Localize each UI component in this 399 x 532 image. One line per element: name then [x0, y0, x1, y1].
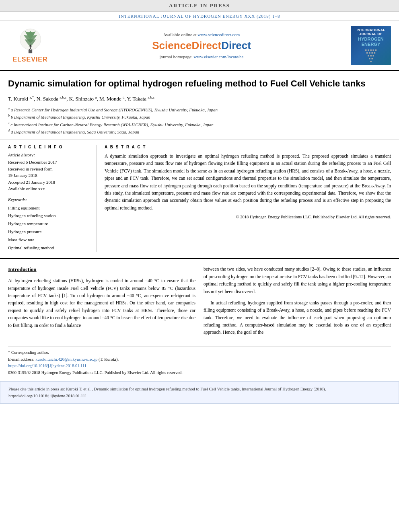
body-col-right: between the two sides, we have conducted… [204, 265, 391, 340]
article-info-col: A R T I C L E I N F O Article history: R… [8, 145, 97, 252]
body-section: Introduction At hydrogen refueling stati… [0, 259, 399, 347]
article-info-abstract-section: A R T I C L E I N F O Article history: R… [0, 140, 399, 259]
article-info-heading: A R T I C L E I N F O [8, 145, 90, 149]
elsevier-logo: ELSEVIER [8, 26, 52, 65]
intro-para-2: between the two sides, we have conducted… [204, 265, 391, 295]
introduction-heading: Introduction [8, 265, 195, 274]
keyword-0: Filling equipment [8, 204, 90, 212]
journal-info-bar: INTERNATIONAL JOURNAL OF HYDROGEN ENERGY… [0, 12, 399, 21]
email-link[interactable]: kuroki.taichi.420@m.kyushu-u.ac.jp [35, 357, 97, 362]
footnote-email: E-mail address: kuroki.taichi.420@m.kyus… [8, 356, 391, 363]
article-history: Article history: Received 6 December 201… [8, 152, 90, 192]
sciencedirect-logo: ScienceDirectDirect [152, 39, 251, 52]
body-col-left: Introduction At hydrogen refueling stati… [8, 265, 195, 340]
article-title: Dynamic simulation for optimal hydrogen … [8, 78, 391, 90]
hydrogen-energy-badge: INTERNATIONAL JOURNAL OF HYDROGENENERGY … [351, 26, 391, 65]
abstract-col: A B S T R A C T A dynamic simulation app… [105, 145, 391, 252]
available-online-text: Available online at www.sciencedirect.co… [163, 32, 240, 37]
keyword-1: Hydrogen refueling station [8, 212, 90, 220]
affiliations: a a Research Center for Hydrogen Industr… [8, 106, 391, 136]
keywords-label: Keywords: [8, 197, 90, 202]
elsevier-brand-text: ELSEVIER [12, 56, 47, 63]
abstract-copyright: © 2018 Hydrogen Energy Publications LLC.… [105, 215, 391, 219]
keyword-5: Optimal refueling method [8, 244, 90, 252]
header-section: ELSEVIER Available online at www.science… [0, 21, 399, 71]
footnote-doi: https://doi.org/10.1016/j.ijhydene.2018.… [8, 363, 391, 370]
doi-link[interactable]: https://doi.org/10.1016/j.ijhydene.2018.… [8, 364, 86, 368]
journal-homepage: journal homepage: www.elsevier.com/locat… [160, 54, 244, 59]
keyword-2: Hydrogen temperature [8, 220, 90, 228]
citation-box: Please cite this article in press as: Ku… [0, 381, 399, 404]
article-title-section: Dynamic simulation for optimal hydrogen … [0, 71, 399, 140]
footnotes-section: * Corresponding author. E-mail address: … [8, 347, 391, 376]
intro-para-3: In actual refueling, hydrogen supplied f… [204, 299, 391, 336]
journal-homepage-url[interactable]: www.elsevier.com/locate/he [194, 54, 244, 59]
keyword-4: Mass flow rate [8, 236, 90, 244]
keywords-section: Keywords: Filling equipment Hydrogen ref… [8, 197, 90, 252]
svg-point-2 [29, 44, 31, 46]
footnote-copyright: 0360-3199/© 2018 Hydrogen Energy Publica… [8, 370, 391, 376]
elsevier-tree-icon [15, 28, 45, 54]
keyword-3: Hydrogen pressure [8, 228, 90, 236]
abstract-text: A dynamic simulation approach to investi… [105, 152, 391, 212]
intro-para-1: At hydrogen refueling stations (HRSs), h… [8, 277, 195, 329]
authors-line: T. Kuroki a,*, N. Sakoda a,b,c, K. Shinz… [8, 95, 391, 102]
sciencedirect-center: Available online at www.sciencedirect.co… [56, 26, 347, 65]
sciencedirect-url[interactable]: www.sciencedirect.com [197, 32, 240, 37]
two-col-body: Introduction At hydrogen refueling stati… [8, 265, 391, 340]
article-in-press-bar: ARTICLE IN PRESS [0, 0, 399, 12]
footnote-corresponding: * Corresponding author. [8, 349, 391, 356]
abstract-heading: A B S T R A C T [105, 145, 391, 149]
